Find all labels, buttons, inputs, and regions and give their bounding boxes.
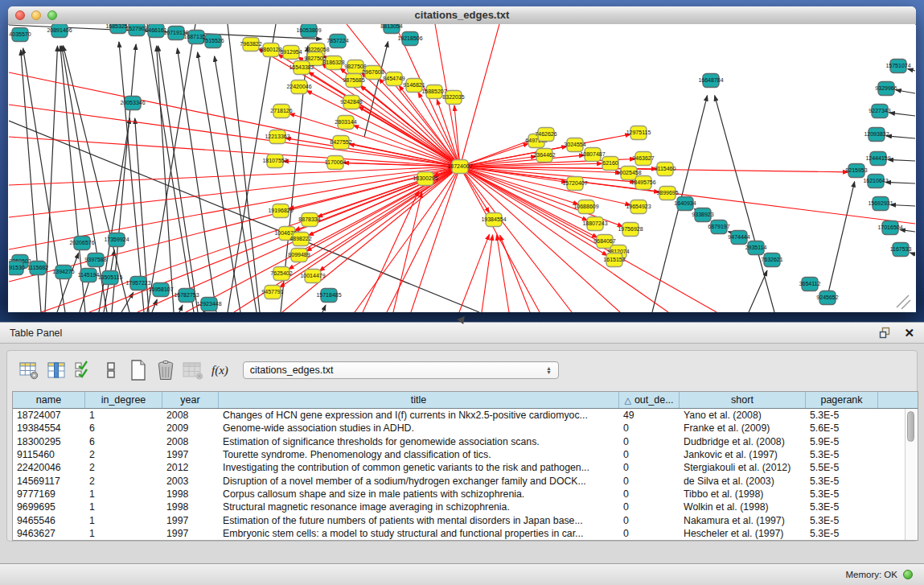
graph-node[interactable]: 16053809 (296, 24, 321, 38)
graph-node[interactable]: 9875685 (343, 74, 364, 88)
graph-node[interactable]: 20206576 (69, 237, 94, 250)
graph-node[interactable]: 3654112 (799, 278, 821, 291)
graph-node[interactable]: 9115460 (655, 163, 676, 176)
graph-node[interactable]: 15718485 (316, 289, 341, 303)
graph-node[interactable]: 4898222 (290, 233, 311, 246)
resize-grip-icon[interactable] (897, 295, 910, 309)
table-row[interactable]: 946362711997Embryonic stem cells: a mode… (13, 527, 918, 540)
scrollbar-thumb[interactable] (907, 411, 914, 442)
graph-node[interactable]: 9338923 (692, 208, 713, 222)
graph-node[interactable]: 17016504 (877, 221, 902, 235)
graph-node[interactable]: 4035570 (9, 28, 31, 42)
graph-node[interactable]: 8215953 (845, 164, 867, 178)
graph-node[interactable]: 15720407 (562, 177, 587, 191)
table-row[interactable]: 946554611997Estimation of the future num… (13, 513, 918, 526)
network-window-titlebar[interactable]: citations_edges.txt (8, 6, 916, 25)
graph-node[interactable]: 391530 (9, 262, 25, 275)
memory-ok-icon[interactable] (903, 570, 913, 579)
graph-node[interactable]: 9474444 (728, 231, 749, 245)
graph-node[interactable]: 7462626 (535, 128, 556, 142)
graph-node[interactable]: 6879197 (708, 220, 729, 234)
graph-node[interactable]: 19654923 (626, 200, 651, 214)
graph-node[interactable]: 7515526 (202, 35, 224, 48)
graph-node[interactable]: 9899695 (656, 187, 678, 200)
close-panel-icon[interactable]: ✕ (904, 327, 914, 339)
graph-node[interactable]: 7632621 (761, 253, 782, 267)
graph-node[interactable]: 62160 (602, 157, 618, 171)
graph-node[interactable]: 19756928 (618, 223, 643, 237)
network-select[interactable]: citations_edges.txt ▲▼ (243, 361, 559, 379)
graph-node[interactable]: 1394275 (52, 266, 74, 279)
graph-node[interactable]: 2935114 (745, 241, 767, 255)
function-icon[interactable]: f(x) (211, 364, 228, 377)
graph-node[interactable]: 8813054 (380, 24, 402, 34)
row-boxes-icon[interactable] (99, 359, 123, 381)
table-row[interactable]: 1830029562008Estimation of significance … (13, 435, 918, 448)
graph-node[interactable]: 7625402 (270, 267, 292, 281)
graph-node[interactable]: 8878334 (298, 213, 320, 227)
graph-node[interactable]: 8860128 (260, 43, 281, 57)
graph-node[interactable]: 1615152 (603, 253, 625, 267)
network-canvas[interactable]: 7963822886012889129542322605898275051654… (9, 24, 915, 312)
table-settings-icon[interactable] (17, 359, 41, 381)
graph-node[interactable]: 2967608 (362, 66, 384, 80)
graph-node[interactable]: 17359924 (104, 233, 129, 247)
graph-node[interactable]: 8454749 (383, 72, 405, 86)
graph-node[interactable]: 7857224 (326, 35, 348, 48)
table-row[interactable]: 969969511998Structural magnetic resonanc… (13, 501, 918, 513)
vertical-scrollbar[interactable] (905, 409, 918, 540)
column-header-pagerank[interactable]: pagerank (806, 392, 878, 408)
table-row[interactable]: 1938455462009Genome-wide association stu… (13, 422, 918, 435)
column-header-out_de[interactable]: △out_de... (619, 392, 680, 408)
column-header-year[interactable]: year (162, 392, 219, 408)
table-row[interactable]: 1872400712008Changes of HCN gene express… (13, 409, 918, 422)
graph-node[interactable]: 9245652 (816, 291, 838, 305)
graph-node[interactable]: 12213363 (265, 130, 290, 144)
graph-node[interactable]: 1640934 (674, 197, 696, 211)
graph-node[interactable]: 9463627 (632, 152, 654, 166)
graph-node[interactable]: 16210643 (863, 175, 888, 188)
network-svg[interactable]: 7963822886012889129542322605898275051654… (9, 24, 915, 312)
graph-node[interactable]: 9397588 (84, 253, 106, 267)
column-header-title[interactable]: title (219, 392, 619, 408)
graph-node[interactable]: 19218506 (397, 32, 422, 46)
table-row[interactable]: 977716911998Corpus callosum shape and si… (13, 488, 918, 501)
graph-node[interactable]: 8912954 (280, 46, 302, 60)
graph-node[interactable]: 12923448 (196, 298, 221, 311)
graph-node[interactable]: 1167533 (890, 243, 912, 257)
graph-node[interactable]: 18807243 (582, 217, 607, 231)
column-select-icon[interactable] (44, 359, 68, 381)
graph-node[interactable]: 7963822 (240, 38, 261, 51)
graph-node[interactable]: 19196829 (268, 204, 293, 218)
graph-node[interactable]: 15751074 (885, 60, 910, 73)
graph-node[interactable]: 2718126 (270, 105, 292, 118)
graph-node[interactable]: 10807487 (580, 148, 605, 162)
graph-node[interactable]: 1115682 (27, 262, 48, 275)
graph-node[interactable]: 9227343 (869, 105, 890, 118)
column-header-in_degree[interactable]: in_degree (85, 392, 162, 408)
graph-node[interactable]: 12444159 (865, 152, 890, 166)
graph-node[interactable]: 16648784 (698, 74, 723, 88)
graph-node[interactable]: 12975115 (626, 126, 651, 140)
graph-node[interactable]: 16782753 (174, 289, 199, 303)
new-document-icon[interactable] (126, 359, 150, 381)
trash-icon[interactable] (154, 359, 178, 381)
graph-node[interactable]: 2803144 (335, 116, 356, 130)
graph-node[interactable]: 1145194 (78, 269, 100, 282)
graph-node[interactable]: 15692931 (868, 197, 893, 211)
graph-node[interactable]: 8099489 (288, 249, 310, 262)
table-row[interactable]: 2242004622012Investigating the contribut… (13, 461, 918, 474)
table-row[interactable]: 911546021997Tourette syndrome. Phenomeno… (13, 448, 918, 461)
graph-node[interactable]: 3024554 (564, 138, 585, 152)
float-window-icon[interactable] (879, 327, 891, 339)
graph-node[interactable]: 19384554 (481, 213, 506, 227)
graph-node[interactable]: 2364462 (533, 149, 555, 163)
row-check-icon[interactable] (72, 359, 96, 381)
graph-node[interactable]: 9329966 (875, 82, 897, 96)
graph-node[interactable]: 20891406 (47, 24, 72, 38)
graph-node[interactable]: 8322035 (442, 91, 464, 105)
graph-node[interactable]: 12093832 (864, 128, 889, 142)
graph-node[interactable]: 9242848 (340, 96, 362, 109)
graph-node[interactable]: 8186328 (322, 56, 344, 70)
graph-node[interactable]: 9457791 (261, 286, 283, 299)
